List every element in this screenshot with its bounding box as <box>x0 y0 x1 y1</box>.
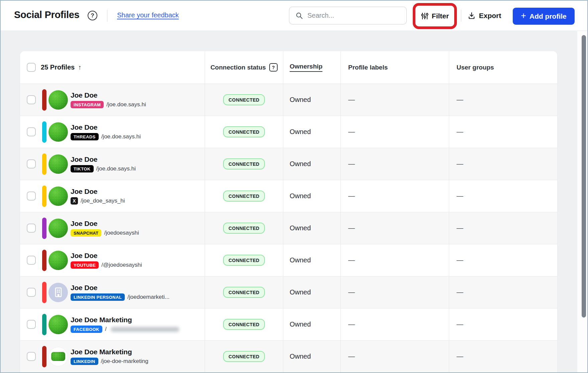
status-cell: CONNECTED <box>205 180 283 212</box>
ownership-value: Owned <box>290 128 311 136</box>
profile-avatar <box>48 122 68 142</box>
ownership-cell: Owned <box>283 180 340 212</box>
status-help-icon[interactable]: ? <box>269 63 278 72</box>
profile-handle-line: YOUTUBE /@joedoesayshi <box>71 261 142 269</box>
profile-cell: Joe Doe LINKEDIN PERSONAL /joedoemarketi… <box>20 276 205 308</box>
profile-handle-line: LINKEDIN PERSONAL /joedoemarketi... <box>71 293 170 301</box>
feedback-link[interactable]: Share your feedback <box>117 11 179 19</box>
groups-cell: — <box>449 212 557 244</box>
user-groups-value: — <box>457 160 463 168</box>
profiles-count: 25 Profiles <box>41 64 75 71</box>
network-badge: LINKEDIN <box>71 358 98 365</box>
ownership-value: Owned <box>290 288 311 296</box>
social-profiles-page: Social Profiles ? Share your feedback Se… <box>0 0 588 373</box>
labels-cell: — <box>340 212 449 244</box>
network-badge: TIKTOK <box>71 165 94 173</box>
row-checkbox[interactable] <box>27 256 36 265</box>
groups-cell: — <box>449 84 557 116</box>
profile-labels-value: — <box>348 321 355 328</box>
profile-cell: Joe Doe X /joe_doe_says_hi <box>20 180 205 212</box>
profile-text: Joe Doe INSTAGRAM /joe.doe.says.hi <box>71 91 146 109</box>
profile-name: Joe Doe <box>71 220 139 228</box>
profile-labels-value: — <box>348 256 355 264</box>
ownership-column-label[interactable]: Ownership <box>290 63 322 72</box>
divider <box>107 10 107 22</box>
row-checkbox[interactable] <box>27 159 36 168</box>
status-cell: CONNECTED <box>205 116 283 148</box>
status-cell: CONNECTED <box>205 148 283 180</box>
network-badge: SNAPCHAT <box>71 229 101 237</box>
profile-cell: Joe Doe TIKTOK /joe.doe.says.hi <box>20 148 205 180</box>
table-row: Joe Doe X /joe_doe_says_hi CONNECTED Own… <box>20 180 557 212</box>
ownership-cell: Owned <box>283 276 340 308</box>
profile-color-bar <box>42 185 46 207</box>
user-groups-value: — <box>457 96 463 104</box>
page-title: Social Profiles <box>14 9 79 20</box>
profile-handle: /joe.doe.says.hi <box>96 165 136 172</box>
profile-color-bar <box>42 282 46 303</box>
table-row: Joe Doe THREADS /joe.doe.says.hi CONNECT… <box>20 116 557 148</box>
select-all-checkbox[interactable] <box>27 63 36 72</box>
profile-handle-line: TIKTOK /joe.doe.says.hi <box>71 165 136 173</box>
sort-ascending-icon[interactable]: ↑ <box>78 64 81 71</box>
profile-handle-line: THREADS /joe.doe.says.hi <box>71 133 141 141</box>
profile-labels-value: — <box>348 160 355 168</box>
profile-avatar <box>48 251 68 270</box>
connection-status-badge: CONNECTED <box>223 255 265 266</box>
row-checkbox[interactable] <box>27 192 36 201</box>
profile-avatar <box>48 315 68 334</box>
profile-handle-line: FACEBOOK / <box>71 326 179 333</box>
profile-text: Joe Doe THREADS /joe.doe.says.hi <box>71 123 141 141</box>
status-header-cell: Connection status ? <box>205 51 283 84</box>
row-checkbox[interactable] <box>27 127 36 136</box>
connection-status-badge: CONNECTED <box>223 94 265 105</box>
profile-handle-line: LINKEDIN /joe-doe-marketing <box>71 358 148 365</box>
user-groups-value: — <box>457 128 463 136</box>
filter-button[interactable]: Filter <box>421 12 449 20</box>
profile-handle: / <box>105 326 107 333</box>
ownership-cell: Owned <box>283 212 340 244</box>
profile-name: Joe Doe <box>71 284 170 292</box>
profile-avatar <box>48 219 68 238</box>
search-icon <box>295 12 303 20</box>
ownership-value: Owned <box>290 256 311 264</box>
labels-cell: — <box>340 116 449 148</box>
profile-avatar <box>48 347 68 366</box>
labels-cell: — <box>340 148 449 180</box>
filter-label: Filter <box>432 12 449 20</box>
row-checkbox[interactable] <box>27 288 36 297</box>
row-checkbox[interactable] <box>27 224 36 233</box>
help-icon[interactable]: ? <box>88 11 97 20</box>
ownership-cell: Owned <box>283 116 340 148</box>
filter-sliders-icon <box>421 12 429 20</box>
labels-cell: — <box>340 244 449 276</box>
table-row: Joe Doe TIKTOK /joe.doe.says.hi CONNECTE… <box>20 148 557 180</box>
table-row: Joe Doe INSTAGRAM /joe.doe.says.hi CONNE… <box>20 84 557 116</box>
profile-handle: /joe.doe.says.hi <box>101 133 141 140</box>
table-row: Joe Doe YOUTUBE /@joedoesayshi CONNECTED… <box>20 244 557 276</box>
labels-header-cell: Profile labels <box>340 51 449 84</box>
redacted-handle <box>111 327 179 332</box>
profile-cell: Joe Doe INSTAGRAM /joe.doe.says.hi <box>20 84 205 116</box>
row-checkbox[interactable] <box>27 95 36 104</box>
status-cell: CONNECTED <box>205 212 283 244</box>
user-groups-value: — <box>457 321 463 328</box>
profile-name: Joe Doe Marketing <box>71 316 179 324</box>
search-input[interactable]: Search... <box>289 7 407 24</box>
status-cell: CONNECTED <box>205 84 283 116</box>
ownership-value: Owned <box>290 160 311 168</box>
row-checkbox[interactable] <box>27 320 36 329</box>
export-button[interactable]: Export <box>468 9 501 22</box>
search-placeholder: Search... <box>307 12 334 19</box>
profile-avatar <box>48 186 68 206</box>
row-checkbox[interactable] <box>27 352 36 361</box>
add-profile-button[interactable]: + Add profile <box>513 8 575 25</box>
profile-cell: Joe Doe Marketing FACEBOOK / <box>20 308 205 340</box>
profile-handle-line: X /joe_doe_says_hi <box>71 197 125 205</box>
connection-status-badge: CONNECTED <box>223 158 265 169</box>
ownership-header-cell: Ownership <box>283 51 340 84</box>
profile-color-bar <box>42 121 46 143</box>
network-badge: THREADS <box>71 133 99 141</box>
scrollbar-thumb[interactable] <box>582 35 586 318</box>
groups-cell: — <box>449 308 557 340</box>
